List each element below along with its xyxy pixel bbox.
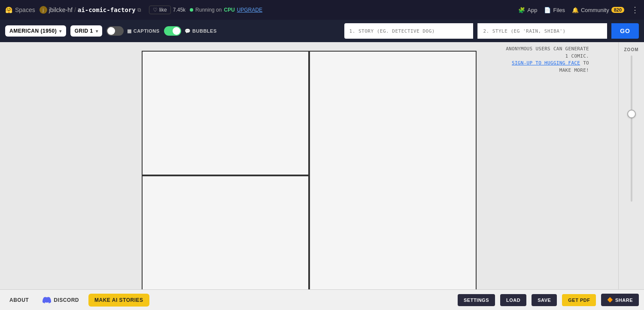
- like-count: 7.45k: [173, 7, 185, 13]
- share-label: SHARE: [615, 298, 633, 303]
- copy-icon[interactable]: ⧉: [137, 7, 141, 13]
- discord-icon: [43, 296, 51, 304]
- make-stories-button[interactable]: MAKE AI STORIES: [88, 294, 149, 307]
- bubbles-toggle-group: 💬 BUBBLES: [164, 26, 217, 36]
- bubbles-knob: [173, 27, 180, 35]
- app-icon: 🧩: [518, 7, 525, 13]
- more-menu-button[interactable]: ⋮: [631, 5, 639, 15]
- comic-grid: [142, 51, 477, 289]
- files-label: Files: [553, 7, 565, 13]
- nav-status: Running on CPU UPGRADE: [190, 7, 262, 13]
- community-label: Community: [581, 7, 609, 13]
- captions-toggle[interactable]: [106, 26, 124, 36]
- community-count: 820: [611, 7, 624, 13]
- style-input[interactable]: [477, 23, 607, 39]
- layout-dropdown[interactable]: AMERICAN (1950) ▾: [5, 25, 66, 37]
- toolbar: AMERICAN (1950) ▾ GRID 1 ▾ ▦ CAPTIONS 💬 …: [0, 20, 644, 42]
- spaces-logo[interactable]: 🤗 Spaces: [5, 6, 35, 13]
- get-pdf-button[interactable]: GET PDF: [562, 294, 596, 306]
- comic-panel-3: [142, 175, 309, 289]
- heart-icon: ♡: [153, 7, 158, 13]
- info-overlay: ANONYMOUS USERS CAN GENERATE 1 COMIC. SI…: [498, 42, 592, 77]
- status-cpu-text: CPU: [224, 7, 234, 13]
- comic-panel-2: [309, 51, 477, 289]
- share-icon-emoji: 🔶: [607, 297, 614, 303]
- get-pdf-label: GET PDF: [568, 298, 590, 303]
- grid-dropdown[interactable]: GRID 1 ▾: [70, 25, 103, 37]
- nav-files-link[interactable]: 📄 Files: [544, 7, 565, 13]
- chevron-down-icon-grid: ▾: [96, 29, 98, 34]
- captions-label: ▦ CAPTIONS: [127, 28, 159, 34]
- signup-link[interactable]: SIGN-UP TO HUGGING FACE: [512, 60, 580, 66]
- save-button[interactable]: SAVE: [532, 294, 557, 306]
- bubbles-label: 💬 BUBBLES: [185, 28, 217, 34]
- zoom-track[interactable]: [631, 55, 632, 202]
- bubbles-toggle[interactable]: [164, 26, 181, 36]
- bubbles-icon: 💬: [185, 28, 191, 34]
- grid-value: GRID 1: [75, 28, 93, 34]
- like-label: like: [159, 7, 167, 13]
- nav-user: j jbilcke-hf / ai-comic-factory ⧉: [39, 6, 141, 14]
- user-name: jbilcke-hf: [49, 6, 73, 13]
- files-icon: 📄: [544, 7, 551, 13]
- load-button[interactable]: LOAD: [500, 294, 526, 306]
- nav-right-items: 🧩 App 📄 Files 🔔 Community 820 ⋮: [518, 5, 639, 15]
- spaces-emoji: 🤗: [5, 6, 12, 13]
- status-dot-icon: [190, 8, 193, 12]
- repo-name: ai-comic-factory: [78, 6, 136, 13]
- anonymous-text: ANONYMOUS USERS CAN GENERATE 1 COMIC.: [501, 46, 589, 60]
- comic-panel-1: [142, 51, 309, 175]
- zoom-label: ZOOM: [624, 47, 639, 52]
- story-input[interactable]: [344, 23, 474, 39]
- app-label: App: [527, 7, 537, 13]
- go-button[interactable]: GO: [611, 23, 639, 39]
- nav-like-group: ♡ like 7.45k: [149, 6, 185, 14]
- chevron-down-icon: ▾: [59, 29, 62, 34]
- status-running-text: Running on: [195, 7, 222, 13]
- layout-value: AMERICAN (1950): [9, 28, 57, 34]
- top-nav: 🤗 Spaces j jbilcke-hf / ai-comic-factory…: [0, 0, 644, 20]
- nav-app-link[interactable]: 🧩 App: [518, 7, 537, 13]
- like-button[interactable]: ♡ like: [149, 6, 171, 14]
- bottom-bar: ABOUT DISCORD MAKE AI STORIES SETTINGS L…: [0, 289, 644, 310]
- spaces-label: Spaces: [15, 6, 35, 13]
- discord-label: DISCORD: [54, 297, 79, 303]
- discord-button[interactable]: DISCORD: [38, 293, 83, 307]
- captions-icon: ▦: [127, 28, 132, 34]
- captions-knob: [107, 27, 115, 35]
- main-area: ANONYMOUS USERS CAN GENERATE 1 COMIC. SI…: [0, 42, 644, 289]
- settings-button[interactable]: SETTINGS: [458, 294, 495, 306]
- about-button[interactable]: ABOUT: [5, 295, 33, 306]
- zoom-sidebar: ZOOM: [618, 42, 644, 289]
- community-icon: 🔔: [572, 7, 579, 13]
- canvas-area: ANONYMOUS USERS CAN GENERATE 1 COMIC. SI…: [0, 42, 618, 289]
- zoom-slider-container: [631, 55, 632, 289]
- user-avatar: j: [39, 6, 47, 14]
- nav-community-link[interactable]: 🔔 Community 820: [572, 7, 624, 13]
- captions-toggle-group: ▦ CAPTIONS: [106, 26, 159, 36]
- status-upgrade-link[interactable]: UPGRADE: [237, 7, 262, 13]
- share-button[interactable]: 🔶 SHARE: [601, 294, 639, 306]
- zoom-thumb[interactable]: [627, 110, 636, 118]
